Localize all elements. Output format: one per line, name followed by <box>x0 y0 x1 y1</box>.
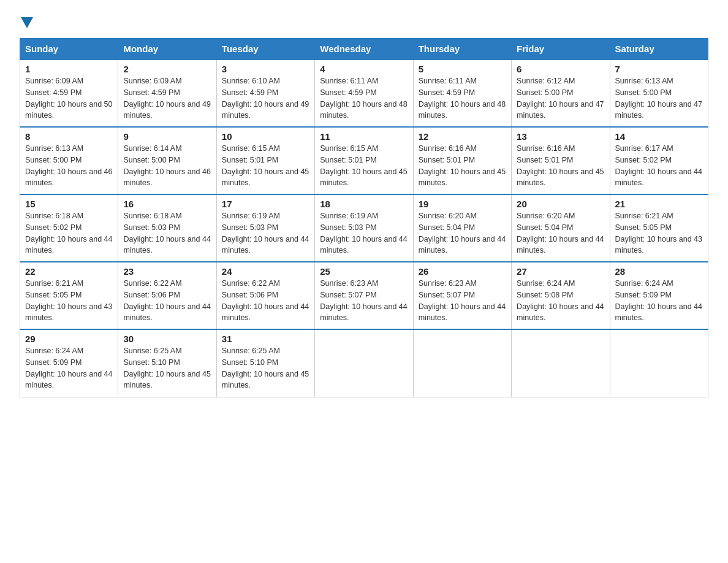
day-header-saturday: Saturday <box>610 39 708 60</box>
day-info: Sunrise: 6:23 AMSunset: 5:07 PMDaylight:… <box>419 278 506 324</box>
day-number: 2 <box>123 64 211 74</box>
day-cell-26: 26Sunrise: 6:23 AMSunset: 5:07 PMDayligh… <box>413 262 511 329</box>
day-info: Sunrise: 6:25 AMSunset: 5:10 PMDaylight:… <box>123 345 211 391</box>
day-number: 17 <box>222 199 309 209</box>
day-cell-18: 18Sunrise: 6:19 AMSunset: 5:03 PMDayligh… <box>315 194 413 262</box>
day-info: Sunrise: 6:21 AMSunset: 5:05 PMDaylight:… <box>25 278 113 324</box>
week-row-4: 22Sunrise: 6:21 AMSunset: 5:05 PMDayligh… <box>20 262 708 329</box>
day-info: Sunrise: 6:11 AMSunset: 4:59 PMDaylight:… <box>320 75 408 121</box>
day-cell-15: 15Sunrise: 6:18 AMSunset: 5:02 PMDayligh… <box>20 194 118 262</box>
empty-cell <box>413 329 511 397</box>
day-cell-7: 7Sunrise: 6:13 AMSunset: 5:00 PMDaylight… <box>610 59 708 127</box>
day-cell-19: 19Sunrise: 6:20 AMSunset: 5:04 PMDayligh… <box>413 194 511 262</box>
week-row-2: 8Sunrise: 6:13 AMSunset: 5:00 PMDaylight… <box>20 127 708 194</box>
day-number: 7 <box>615 64 703 74</box>
day-number: 28 <box>615 266 703 277</box>
day-number: 14 <box>615 131 703 142</box>
day-number: 20 <box>517 199 604 209</box>
day-header-tuesday: Tuesday <box>216 39 314 60</box>
empty-cell <box>512 329 610 397</box>
day-number: 15 <box>25 199 113 209</box>
day-info: Sunrise: 6:23 AMSunset: 5:07 PMDaylight:… <box>320 278 408 324</box>
day-cell-6: 6Sunrise: 6:12 AMSunset: 5:00 PMDaylight… <box>512 59 610 127</box>
day-number: 10 <box>222 131 309 142</box>
day-number: 22 <box>25 266 113 277</box>
day-cell-12: 12Sunrise: 6:16 AMSunset: 5:01 PMDayligh… <box>413 127 511 194</box>
day-number: 25 <box>320 266 408 277</box>
calendar-header-row: SundayMondayTuesdayWednesdayThursdayFrid… <box>20 39 708 60</box>
logo-arrow-icon <box>21 17 33 28</box>
day-info: Sunrise: 6:14 AMSunset: 5:00 PMDaylight:… <box>123 143 211 189</box>
day-info: Sunrise: 6:18 AMSunset: 5:02 PMDaylight:… <box>25 210 113 256</box>
day-info: Sunrise: 6:22 AMSunset: 5:06 PMDaylight:… <box>222 278 309 324</box>
day-number: 21 <box>615 199 703 209</box>
day-info: Sunrise: 6:22 AMSunset: 5:06 PMDaylight:… <box>123 278 211 324</box>
day-cell-28: 28Sunrise: 6:24 AMSunset: 5:09 PMDayligh… <box>610 262 708 329</box>
day-info: Sunrise: 6:20 AMSunset: 5:04 PMDaylight:… <box>517 210 604 256</box>
day-info: Sunrise: 6:11 AMSunset: 4:59 PMDaylight:… <box>419 75 506 121</box>
day-number: 9 <box>123 131 211 142</box>
day-info: Sunrise: 6:13 AMSunset: 5:00 PMDaylight:… <box>25 143 113 189</box>
day-number: 24 <box>222 266 309 277</box>
day-info: Sunrise: 6:16 AMSunset: 5:01 PMDaylight:… <box>419 143 506 189</box>
day-cell-8: 8Sunrise: 6:13 AMSunset: 5:00 PMDaylight… <box>20 127 118 194</box>
day-info: Sunrise: 6:15 AMSunset: 5:01 PMDaylight:… <box>222 143 309 189</box>
day-number: 27 <box>517 266 604 277</box>
day-cell-5: 5Sunrise: 6:11 AMSunset: 4:59 PMDaylight… <box>413 59 511 127</box>
page-header <box>20 15 708 28</box>
day-cell-23: 23Sunrise: 6:22 AMSunset: 5:06 PMDayligh… <box>118 262 216 329</box>
empty-cell <box>315 329 413 397</box>
day-info: Sunrise: 6:24 AMSunset: 5:08 PMDaylight:… <box>517 278 604 324</box>
day-info: Sunrise: 6:10 AMSunset: 4:59 PMDaylight:… <box>222 75 309 121</box>
day-info: Sunrise: 6:19 AMSunset: 5:03 PMDaylight:… <box>222 210 309 256</box>
day-header-wednesday: Wednesday <box>315 39 413 60</box>
week-row-3: 15Sunrise: 6:18 AMSunset: 5:02 PMDayligh… <box>20 194 708 262</box>
day-number: 12 <box>419 131 506 142</box>
day-cell-29: 29Sunrise: 6:24 AMSunset: 5:09 PMDayligh… <box>20 329 118 397</box>
day-info: Sunrise: 6:24 AMSunset: 5:09 PMDaylight:… <box>25 345 113 391</box>
day-info: Sunrise: 6:24 AMSunset: 5:09 PMDaylight:… <box>615 278 703 324</box>
day-info: Sunrise: 6:16 AMSunset: 5:01 PMDaylight:… <box>517 143 604 189</box>
day-info: Sunrise: 6:13 AMSunset: 5:00 PMDaylight:… <box>615 75 703 121</box>
day-number: 29 <box>25 334 113 344</box>
day-header-sunday: Sunday <box>20 39 118 60</box>
day-cell-30: 30Sunrise: 6:25 AMSunset: 5:10 PMDayligh… <box>118 329 216 397</box>
day-cell-9: 9Sunrise: 6:14 AMSunset: 5:00 PMDaylight… <box>118 127 216 194</box>
day-info: Sunrise: 6:17 AMSunset: 5:02 PMDaylight:… <box>615 143 703 189</box>
day-cell-13: 13Sunrise: 6:16 AMSunset: 5:01 PMDayligh… <box>512 127 610 194</box>
day-info: Sunrise: 6:18 AMSunset: 5:03 PMDaylight:… <box>123 210 211 256</box>
day-header-monday: Monday <box>118 39 216 60</box>
calendar-table: SundayMondayTuesdayWednesdayThursdayFrid… <box>20 38 708 397</box>
day-number: 5 <box>419 64 506 74</box>
day-number: 8 <box>25 131 113 142</box>
day-number: 18 <box>320 199 408 209</box>
day-cell-20: 20Sunrise: 6:20 AMSunset: 5:04 PMDayligh… <box>512 194 610 262</box>
day-cell-2: 2Sunrise: 6:09 AMSunset: 4:59 PMDaylight… <box>118 59 216 127</box>
day-cell-31: 31Sunrise: 6:25 AMSunset: 5:10 PMDayligh… <box>216 329 314 397</box>
day-info: Sunrise: 6:09 AMSunset: 4:59 PMDaylight:… <box>25 75 113 121</box>
day-header-thursday: Thursday <box>413 39 511 60</box>
day-number: 13 <box>517 131 604 142</box>
day-cell-14: 14Sunrise: 6:17 AMSunset: 5:02 PMDayligh… <box>610 127 708 194</box>
day-cell-1: 1Sunrise: 6:09 AMSunset: 4:59 PMDaylight… <box>20 59 118 127</box>
day-cell-11: 11Sunrise: 6:15 AMSunset: 5:01 PMDayligh… <box>315 127 413 194</box>
day-info: Sunrise: 6:12 AMSunset: 5:00 PMDaylight:… <box>517 75 604 121</box>
day-number: 31 <box>222 334 309 344</box>
day-cell-21: 21Sunrise: 6:21 AMSunset: 5:05 PMDayligh… <box>610 194 708 262</box>
day-cell-27: 27Sunrise: 6:24 AMSunset: 5:08 PMDayligh… <box>512 262 610 329</box>
day-info: Sunrise: 6:21 AMSunset: 5:05 PMDaylight:… <box>615 210 703 256</box>
day-cell-10: 10Sunrise: 6:15 AMSunset: 5:01 PMDayligh… <box>216 127 314 194</box>
day-info: Sunrise: 6:20 AMSunset: 5:04 PMDaylight:… <box>419 210 506 256</box>
day-info: Sunrise: 6:09 AMSunset: 4:59 PMDaylight:… <box>123 75 211 121</box>
day-cell-22: 22Sunrise: 6:21 AMSunset: 5:05 PMDayligh… <box>20 262 118 329</box>
logo-general <box>20 15 36 28</box>
day-cell-4: 4Sunrise: 6:11 AMSunset: 4:59 PMDaylight… <box>315 59 413 127</box>
day-number: 4 <box>320 64 408 74</box>
day-info: Sunrise: 6:25 AMSunset: 5:10 PMDaylight:… <box>222 345 309 391</box>
day-number: 1 <box>25 64 113 74</box>
day-info: Sunrise: 6:15 AMSunset: 5:01 PMDaylight:… <box>320 143 408 189</box>
day-number: 26 <box>419 266 506 277</box>
day-cell-17: 17Sunrise: 6:19 AMSunset: 5:03 PMDayligh… <box>216 194 314 262</box>
empty-cell <box>610 329 708 397</box>
day-number: 19 <box>419 199 506 209</box>
